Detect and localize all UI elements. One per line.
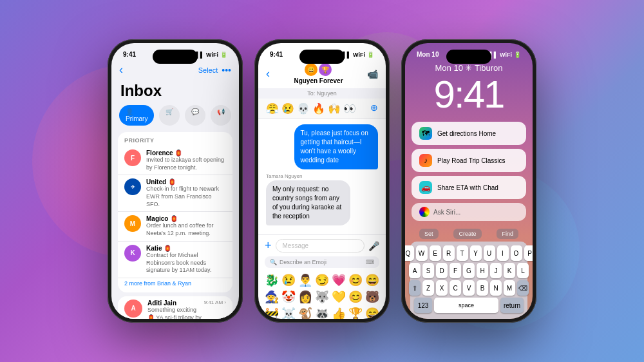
add-emoji-button[interactable]: ⊕ xyxy=(370,102,378,115)
key-space[interactable]: space xyxy=(434,298,498,313)
key-Z[interactable]: Z xyxy=(422,280,434,296)
key-P[interactable]: P xyxy=(524,245,533,261)
mail-select-button[interactable]: Select xyxy=(198,66,218,74)
keyboard-row-3: ⇧ Z X C V B N M ⌫ xyxy=(414,280,524,296)
mail-back-button[interactable]: ‹ xyxy=(119,63,123,77)
emoji-18[interactable]: 🦝 xyxy=(315,307,329,319)
mail-content-magico: Magico 🏮 Order lunch and coffee for Neet… xyxy=(146,215,226,237)
emoji-reaction-1[interactable]: 😤 xyxy=(266,102,279,115)
avatar-aditi: A xyxy=(124,300,142,318)
siri-suggestion-directions[interactable]: 🗺 Get directions Home xyxy=(412,122,526,145)
emoji-5[interactable]: 💗 xyxy=(332,273,346,287)
action-create[interactable]: Create xyxy=(453,229,481,239)
phone-messages: 9:41 ▌▌▌ WiFi 🔋 ‹ 😀 🏆 Nguyen Forever 📹 T… xyxy=(254,39,390,323)
key-F[interactable]: F xyxy=(450,263,461,278)
emoji-9[interactable]: 🤡 xyxy=(281,290,296,304)
emoji-16[interactable]: ☠️ xyxy=(281,307,296,319)
key-R[interactable]: R xyxy=(443,245,455,261)
more-from-label[interactable]: 2 more from Brian & Ryan xyxy=(118,278,232,289)
emoji-search-bar[interactable]: 🔍 Describe an Emoji ⌨ xyxy=(265,256,379,268)
emoji-1[interactable]: 🐉 xyxy=(265,273,279,287)
emoji-20[interactable]: 🏆 xyxy=(348,307,363,319)
mail-item-magico[interactable]: M Magico 🏮 Order lunch and coffee for Ne… xyxy=(118,212,232,241)
siri-suggestion-eta[interactable]: 🚗 Share ETA with Chad xyxy=(412,176,526,199)
mail-item-united[interactable]: ✈ United 🏮 Check-in for flight to Newark… xyxy=(118,175,232,212)
message-add-button[interactable]: + xyxy=(265,239,272,252)
messages-list: Tu, please just focus on getting that ha… xyxy=(266,124,378,229)
key-M[interactable]: M xyxy=(504,280,515,296)
message-mic-button[interactable]: 🎤 xyxy=(368,241,379,251)
emoji-11[interactable]: 🐺 xyxy=(315,290,329,304)
preview-magico: Order lunch and coffee for Neeta's 12 p.… xyxy=(146,222,226,237)
key-return[interactable]: return xyxy=(500,298,524,313)
key-E[interactable]: E xyxy=(430,245,441,261)
keyboard-row-4: 123 space return xyxy=(414,298,524,313)
messages-contact: 😀 🏆 Nguyen Forever xyxy=(294,63,343,84)
emoji-reaction-2[interactable]: 😢 xyxy=(281,102,294,115)
emoji-10[interactable]: 👩 xyxy=(298,290,312,304)
key-T[interactable]: T xyxy=(457,245,468,261)
emoji-6[interactable]: 😊 xyxy=(348,273,363,287)
siri-suggestion-music[interactable]: ♪ Play Road Trip Classics xyxy=(412,149,526,172)
key-X[interactable]: X xyxy=(436,280,448,296)
avatar-contact-2: 🏆 xyxy=(319,63,332,76)
emoji-12[interactable]: 💛 xyxy=(332,290,346,304)
key-L[interactable]: L xyxy=(517,263,529,278)
sender-aditi: Aditi Jain xyxy=(147,300,176,307)
key-G[interactable]: G xyxy=(463,263,475,278)
tab-promotions[interactable]: 📢 xyxy=(211,105,231,126)
siri-ask-bar[interactable]: Ask Siri... xyxy=(412,203,526,221)
sender-katie: Katie 🏮 xyxy=(146,245,226,252)
emoji-8[interactable]: 🧙 xyxy=(265,290,279,304)
key-W[interactable]: W xyxy=(416,245,428,261)
key-J[interactable]: J xyxy=(490,263,502,278)
mail-item-aditi[interactable]: A Aditi Jain 9:41 AM › Something excitin… xyxy=(118,296,232,319)
emoji-13[interactable]: 😊 xyxy=(348,290,363,304)
action-set[interactable]: Set xyxy=(419,229,439,239)
emoji-reaction-6[interactable]: 👀 xyxy=(343,102,356,115)
key-A[interactable]: A xyxy=(409,263,421,278)
tab-shopping[interactable]: 🛒 xyxy=(159,105,180,126)
key-V[interactable]: V xyxy=(463,280,475,296)
tab-primary[interactable]: 👤 Primary xyxy=(119,105,154,126)
emoji-2[interactable]: 😢 xyxy=(281,273,296,287)
siri-music-text: Play Road Trip Classics xyxy=(437,157,506,164)
key-Y[interactable]: Y xyxy=(470,245,482,261)
emoji-search-placeholder: Describe an Emoji xyxy=(279,259,327,265)
emoji-reaction-5[interactable]: 🙌 xyxy=(328,102,341,115)
emoji-4[interactable]: 😏 xyxy=(315,273,329,287)
key-H[interactable]: H xyxy=(477,263,488,278)
mail-more-button[interactable]: ••• xyxy=(222,65,231,75)
message-input-field[interactable]: Message xyxy=(276,239,365,252)
key-backspace[interactable]: ⌫ xyxy=(517,280,529,296)
key-I[interactable]: I xyxy=(497,245,509,261)
key-Q[interactable]: Q xyxy=(405,245,414,261)
key-S[interactable]: S xyxy=(422,263,434,278)
key-B[interactable]: B xyxy=(477,280,488,296)
tab-social[interactable]: 💬 xyxy=(185,105,205,126)
emoji-19[interactable]: 👍 xyxy=(332,307,346,319)
mail-item-florence[interactable]: F Florence 🏮 Invited to izakaya soft ope… xyxy=(118,146,232,175)
emoji-reaction-4[interactable]: 🔥 xyxy=(312,102,325,115)
mail-item-katie[interactable]: K Katie 🏮 Contract for Michael Robinson'… xyxy=(118,242,232,278)
key-U[interactable]: U xyxy=(484,245,495,261)
emoji-15[interactable]: 🚧 xyxy=(265,307,279,319)
emoji-21[interactable]: 😄 xyxy=(365,307,379,319)
emoji-14[interactable]: 🐻 xyxy=(365,290,379,304)
key-shift[interactable]: ⇧ xyxy=(409,280,421,296)
wifi-icon: WiFi xyxy=(206,52,218,58)
key-D[interactable]: D xyxy=(436,263,448,278)
key-C[interactable]: C xyxy=(450,280,461,296)
key-N[interactable]: N xyxy=(490,280,502,296)
emoji-17[interactable]: 🐒 xyxy=(298,307,312,319)
messages-back-button[interactable]: ‹ xyxy=(266,67,270,81)
video-call-button[interactable]: 📹 xyxy=(367,69,378,79)
key-K[interactable]: K xyxy=(504,263,515,278)
key-numbers[interactable]: 123 xyxy=(414,298,432,313)
action-find[interactable]: Find xyxy=(497,229,518,239)
emoji-3[interactable]: 👨‍💼 xyxy=(298,273,312,287)
key-O[interactable]: O xyxy=(511,245,522,261)
emoji-reaction-3[interactable]: 💀 xyxy=(297,102,310,115)
waze-icon: 🚗 xyxy=(419,181,432,194)
emoji-7[interactable]: 😄 xyxy=(365,273,379,287)
